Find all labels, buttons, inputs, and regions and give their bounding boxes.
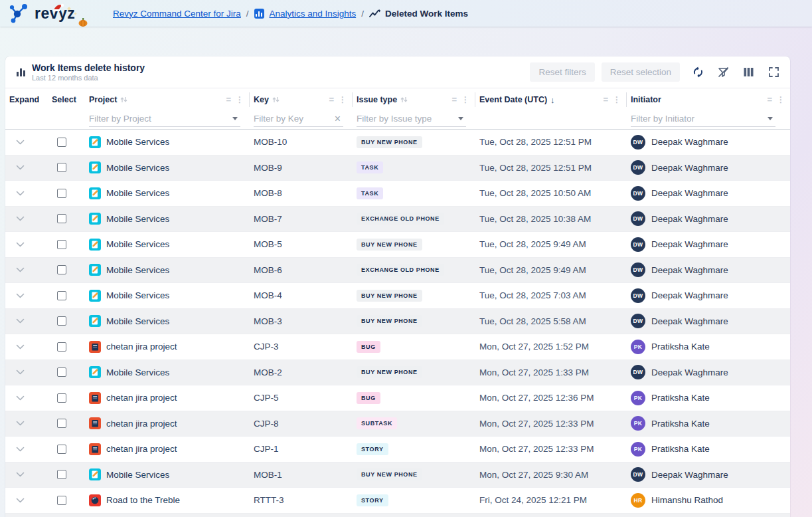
filter-off-icon[interactable]	[716, 65, 730, 80]
clear-filter-icon[interactable]: ×	[335, 114, 341, 124]
expand-chevron-icon[interactable]	[16, 165, 25, 170]
project-filter-input[interactable]: Filter by Project	[89, 111, 240, 127]
row-checkbox[interactable]	[57, 393, 66, 403]
issue-key: MOB-6	[250, 265, 353, 275]
breadcrumb-current-label: Deleted Work Items	[385, 9, 468, 19]
expand-chevron-icon[interactable]	[16, 293, 25, 298]
row-checkbox[interactable]	[57, 265, 66, 274]
column-menu-icon[interactable]: ⋮	[461, 95, 469, 104]
project-name: Mobile Services	[106, 137, 169, 147]
expand-chevron-icon[interactable]	[16, 140, 25, 145]
work-items-delete-history-card: Work Items delete history Last 12 months…	[5, 56, 790, 517]
issue-key: MOB-5	[250, 239, 353, 249]
event-date: Tue, Oct 28, 2025 12:51 PM	[475, 163, 627, 173]
table-row: chetan jira projectCJP-3BUGMon, Oct 27, …	[5, 334, 790, 360]
column-header-issue-type[interactable]: Issue type =⋮	[353, 92, 475, 107]
sort-icon[interactable]	[272, 96, 280, 104]
row-checkbox[interactable]	[57, 342, 66, 352]
row-checkbox[interactable]	[57, 367, 66, 377]
expand-chevron-icon[interactable]	[16, 242, 25, 247]
initiator-name: Deepak Waghmare	[651, 367, 728, 377]
event-date: Tue, Oct 28, 2025 10:50 AM	[475, 188, 627, 198]
row-checkbox[interactable]	[57, 240, 66, 249]
expand-chevron-icon[interactable]	[16, 472, 25, 477]
expand-chevron-icon[interactable]	[16, 318, 25, 324]
column-header-event-date[interactable]: Event Date (UTC) ↓ =⋮	[475, 92, 627, 107]
column-header-project[interactable]: Project =⋮	[85, 92, 250, 107]
column-menu-icon[interactable]: ⋮	[613, 95, 621, 104]
table-row: Mobile ServicesMOB-10BUY NEW PHONETue, O…	[5, 130, 790, 155]
table-header-row: Expand Select Project =⋮ Key =⋮ Issue ty…	[5, 88, 790, 111]
refresh-icon[interactable]	[690, 65, 705, 80]
initiator-name: Pratiksha Kate	[651, 444, 710, 454]
column-resize-handle-icon[interactable]: =	[451, 96, 457, 103]
expand-chevron-icon[interactable]	[16, 344, 25, 350]
app-logo[interactable]: revyz	[0, 2, 106, 25]
column-resize-handle-icon[interactable]: =	[603, 96, 608, 103]
expand-chevron-icon[interactable]	[16, 395, 25, 401]
issue-type-badge: TASK	[357, 161, 383, 173]
initiator-name: Pratiksha Kate	[651, 419, 710, 429]
breadcrumb-link-analytics[interactable]: Analytics and Insights	[270, 9, 357, 19]
card-title: Work Items delete history	[32, 62, 145, 73]
row-checkbox[interactable]	[57, 496, 66, 505]
initiator-name: Himanshu Rathod	[651, 495, 723, 505]
initiator-name: Deepak Waghmare	[651, 188, 728, 198]
initiator-name: Deepak Waghmare	[651, 163, 728, 173]
row-checkbox[interactable]	[57, 189, 66, 198]
event-date: Tue, Oct 28, 2025 5:58 AM	[475, 316, 627, 326]
column-menu-icon[interactable]: ⋮	[236, 95, 244, 104]
row-checkbox[interactable]	[57, 419, 66, 428]
row-checkbox[interactable]	[57, 291, 66, 300]
fullscreen-icon[interactable]	[766, 65, 781, 80]
project-avatar-icon	[89, 161, 101, 173]
project-avatar-icon	[89, 187, 101, 199]
project-avatar-chetan-icon	[89, 443, 101, 455]
issue-type-badge: BUY NEW PHONE	[357, 366, 422, 378]
row-checkbox[interactable]	[57, 163, 66, 172]
expand-chevron-icon[interactable]	[16, 267, 25, 272]
initiator-name: Pratiksha Kate	[651, 342, 710, 352]
issue-key: CJP-3	[250, 342, 353, 352]
chevron-down-icon[interactable]	[232, 117, 238, 120]
sort-icon[interactable]	[120, 96, 127, 104]
expand-chevron-icon[interactable]	[16, 421, 25, 426]
initiator-avatar: DW	[631, 365, 645, 379]
row-checkbox[interactable]	[57, 214, 66, 223]
row-checkbox[interactable]	[57, 138, 66, 147]
key-filter-input[interactable]: Filter by Key ×	[254, 111, 343, 127]
column-resize-handle-icon[interactable]: =	[767, 96, 772, 103]
sort-descending-icon[interactable]: ↓	[550, 95, 555, 105]
breadcrumb-link-command-center[interactable]: Revyz Command Center for Jira	[113, 9, 241, 19]
expand-chevron-icon[interactable]	[16, 191, 25, 196]
expand-chevron-icon[interactable]	[16, 498, 25, 503]
row-checkbox[interactable]	[57, 470, 66, 479]
event-date: Mon, Oct 27, 2025 9:30 AM	[475, 470, 627, 480]
project-avatar-mobile-icon	[89, 239, 101, 251]
sort-icon[interactable]	[400, 96, 408, 104]
issue-type-badge: BUG	[357, 392, 380, 404]
column-resize-handle-icon[interactable]: =	[226, 96, 231, 103]
column-header-key[interactable]: Key =⋮	[250, 92, 353, 107]
chevron-down-icon[interactable]	[768, 117, 773, 120]
columns-icon[interactable]	[741, 65, 756, 80]
column-resize-handle-icon[interactable]: =	[329, 96, 334, 103]
row-checkbox[interactable]	[57, 445, 66, 454]
column-menu-icon[interactable]: ⋮	[339, 95, 347, 104]
reset-selection-button[interactable]: Reset selection	[602, 62, 680, 82]
project-avatar-icon	[89, 468, 101, 480]
row-checkbox[interactable]	[57, 316, 66, 326]
column-header-initiator[interactable]: Initiator =⋮	[627, 92, 790, 107]
chevron-down-icon[interactable]	[458, 117, 463, 120]
expand-chevron-icon[interactable]	[16, 447, 25, 452]
issue-type-filter-input[interactable]: Filter by Issue type	[357, 111, 466, 127]
project-avatar-icon	[89, 136, 101, 148]
expand-chevron-icon[interactable]	[16, 369, 25, 375]
column-menu-icon[interactable]: ⋮	[777, 95, 785, 104]
event-date: Mon, Oct 27, 2025 1:52 PM	[475, 342, 627, 352]
project-avatar-icon	[89, 290, 101, 302]
initiator-filter-input[interactable]: Filter by Initiator	[631, 111, 775, 127]
reset-filters-button[interactable]: Reset filters	[530, 62, 594, 82]
expand-chevron-icon[interactable]	[16, 216, 25, 221]
breadcrumb: Revyz Command Center for Jira / Analytic…	[113, 9, 468, 19]
